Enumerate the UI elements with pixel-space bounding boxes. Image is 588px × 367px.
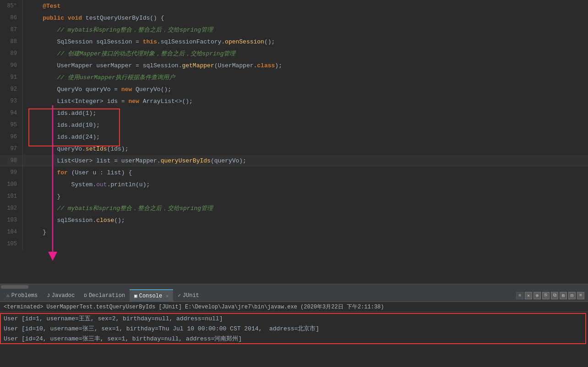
line-content: SqlSession sqlSession = this.sqlSessionF… — [23, 38, 275, 45]
code-line: 101 } — [0, 190, 588, 202]
line-number: 86 — [0, 12, 23, 24]
line-content: ids.add(10); — [23, 122, 100, 129]
line-content: for (User u : list) { — [23, 169, 132, 176]
problems-icon: ⚠ — [6, 292, 10, 298]
code-line: 100 System.out.println(u); — [0, 178, 588, 190]
code-line: 95 ids.add(10); — [0, 119, 588, 131]
code-line: 85° @Test — [0, 0, 588, 12]
line-number: 85° — [0, 0, 23, 12]
console-toolbar: ■ ✕ ⊗ ⎘ ⧉ ⊞ ⊟ ≡ — [516, 292, 586, 299]
code-line: 104 } — [0, 226, 588, 238]
code-line: 91 // 使用userMapper执行根据条件查询用户 — [0, 71, 588, 83]
scroll-lock-button[interactable]: ⧉ — [551, 292, 558, 299]
declaration-icon: D — [84, 293, 87, 298]
line-content: queryVo.setIds(ids); — [23, 146, 128, 152]
tab-console-label: Console — [139, 293, 162, 299]
tab-problems-label: Problems — [11, 292, 38, 299]
line-number: 100 — [0, 178, 23, 190]
console-output-line: User [id=1, username=王五, sex=2, birthday… — [4, 314, 584, 324]
line-content: } — [23, 193, 60, 200]
line-number: 90 — [0, 59, 23, 71]
line-content: List<Integer> ids = new ArrayList<>(); — [23, 98, 193, 105]
line-number: 101 — [0, 190, 23, 202]
console-icon: ▣ — [134, 293, 137, 299]
code-line: 99 for (User u : list) { — [0, 167, 588, 178]
line-number: 103 — [0, 214, 23, 226]
code-line: 98 List<User> list = userMapper.queryUse… — [0, 155, 588, 167]
console-output-line: User [id=24, username=张三丰, sex=1, birthd… — [4, 334, 584, 344]
clear-button[interactable]: ⊗ — [534, 292, 541, 299]
bottom-panel: ⚠ Problems J Javadoc D Declaration ▣ Con… — [0, 289, 588, 367]
code-line: 97 queryVo.setIds(ids); — [0, 143, 588, 155]
line-content: ids.add(24); — [23, 134, 100, 140]
line-number: 96 — [0, 131, 23, 143]
line-number: 88 — [0, 36, 23, 48]
line-number: 91 — [0, 71, 23, 83]
horizontal-scrollbar[interactable] — [0, 284, 588, 289]
line-number: 97 — [0, 143, 23, 155]
line-number: 92 — [0, 83, 23, 95]
code-line: 93 List<Integer> ids = new ArrayList<>()… — [0, 95, 588, 107]
line-number: 89 — [0, 48, 23, 59]
code-line: 87 // mybatis和spring整合，整合之后，交给spring管理 — [0, 24, 588, 36]
line-number: 99 — [0, 167, 23, 178]
code-line: 86 public void testQueryUserByIds() { — [0, 12, 588, 24]
code-line: 90 UserMapper userMapper = sqlSession.ge… — [0, 59, 588, 71]
line-content: } — [23, 229, 46, 236]
line-number: 98 — [0, 155, 23, 167]
word-wrap-button[interactable]: ⊞ — [560, 292, 567, 299]
console-header: <terminated> UserMapperTest.testQueryUse… — [0, 302, 588, 312]
code-line: 94 ids.add(1); — [0, 107, 588, 119]
line-number: 105 — [0, 238, 23, 250]
line-number: 102 — [0, 202, 23, 214]
terminated-label: <terminated> UserMapperTest.testQueryUse… — [4, 304, 384, 310]
tab-javadoc-label: Javadoc — [52, 292, 75, 299]
tab-console[interactable]: ▣ Console ✕ — [130, 289, 173, 302]
line-content: public void testQueryUserByIds() { — [23, 15, 164, 22]
code-line: 103 sqlSession.close(); — [0, 214, 588, 226]
junit-icon: ✓ — [178, 292, 181, 298]
javadoc-icon: J — [47, 293, 50, 298]
line-content: sqlSession.close(); — [23, 217, 125, 224]
code-line: 92 QueryVo queryVo = new QueryVo(); — [0, 83, 588, 95]
line-content: // mybatis和spring整合，整合之后，交给spring管理 — [23, 26, 213, 34]
more-button[interactable]: ≡ — [577, 292, 584, 299]
pin-button[interactable]: ⊟ — [568, 292, 576, 299]
tab-problems[interactable]: ⚠ Problems — [2, 289, 42, 302]
console-output-line: User [id=10, username=张三, sex=1, birthda… — [4, 324, 584, 334]
code-line: 88 SqlSession sqlSession = this.sqlSessi… — [0, 36, 588, 48]
line-content: // mybatis和spring整合，整合之后，交给spring管理 — [23, 204, 213, 212]
code-line: 102 // mybatis和spring整合，整合之后，交给spring管理 — [0, 202, 588, 214]
line-content: // 创建Mapper接口的动态代理对象，整合之后，交给spring管理 — [23, 49, 235, 58]
line-content: @Test — [23, 3, 60, 10]
line-number: 95 — [0, 119, 23, 131]
stop-button[interactable]: ■ — [516, 292, 523, 299]
line-content: ids.add(1); — [23, 110, 96, 117]
code-line: 105 — [0, 238, 588, 250]
line-content: List<User> list = userMapper.queryUserBy… — [23, 157, 246, 164]
line-content: UserMapper userMapper = sqlSession.getMa… — [23, 62, 282, 69]
line-content: // 使用userMapper执行根据条件查询用户 — [23, 73, 175, 81]
console-output: User [id=1, username=王五, sex=2, birthday… — [0, 312, 588, 367]
tab-declaration-label: Declaration — [89, 292, 125, 299]
line-number: 94 — [0, 107, 23, 119]
line-content: QueryVo queryVo = new QueryVo(); — [23, 86, 171, 93]
code-line: 96 ids.add(24); — [0, 131, 588, 143]
line-content: System.out.println(u); — [23, 181, 150, 188]
close-console-button[interactable]: ✕ — [525, 292, 532, 299]
tab-junit-label: JUnit — [183, 292, 199, 299]
line-number: 104 — [0, 226, 23, 238]
editor-area: 85° @Test86 public void testQueryUserByI… — [0, 0, 588, 284]
tab-javadoc[interactable]: J Javadoc — [42, 289, 79, 302]
tab-declaration[interactable]: D Declaration — [79, 289, 130, 302]
line-number: 93 — [0, 95, 23, 107]
tab-junit[interactable]: ✓ JUnit — [173, 289, 204, 302]
line-number: 87 — [0, 24, 23, 36]
tabs-bar: ⚠ Problems J Javadoc D Declaration ▣ Con… — [0, 289, 588, 302]
copy-button[interactable]: ⎘ — [542, 292, 550, 299]
scrollbar-thumb[interactable] — [1, 285, 28, 289]
code-line: 89 // 创建Mapper接口的动态代理对象，整合之后，交给spring管理 — [0, 48, 588, 59]
console-close-icon[interactable]: ✕ — [166, 293, 169, 299]
